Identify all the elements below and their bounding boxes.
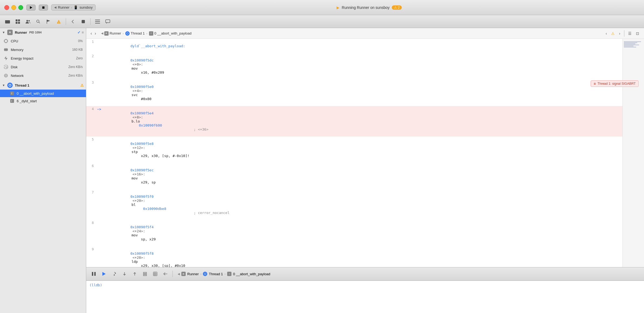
svg-rect-31 (5, 48, 5, 49)
svg-marker-46 (102, 272, 106, 276)
step-out-button[interactable] (130, 271, 139, 277)
sidebar-item-disk[interactable]: Disk Zero KB/s (0, 63, 86, 71)
breadcrumb-fwd-btn[interactable]: › (617, 30, 622, 37)
minimap-line-6 (624, 47, 636, 47)
arrow-left-icon[interactable] (69, 17, 77, 26)
memory-label: Memory (11, 48, 70, 52)
breadcrumb-func-icon: f (149, 31, 153, 36)
close-button[interactable] (4, 5, 9, 10)
code-view[interactable]: 1 dyld`__abort_with_payload: 2 0x10090f5… (86, 39, 622, 267)
sidebar-item-cpu[interactable]: CPU 0% (0, 37, 86, 45)
code-line-8: 8 0x10090f5f4 <+24>: mov sp, x29 (86, 220, 622, 246)
debug-console-button[interactable] (161, 271, 170, 277)
device-name: sunsboy (79, 5, 92, 9)
minimap-line-1 (624, 41, 641, 42)
breadcrumb-list-btn[interactable]: ☰ (626, 30, 633, 37)
flag-icon[interactable] (44, 17, 53, 26)
lldb-terminal[interactable]: (lldb) (86, 281, 644, 313)
thread1-group[interactable]: ▼ Thread 1 ⚠ (0, 81, 86, 90)
breadcrumb-back-button[interactable]: ‹ (89, 30, 93, 36)
list-icon[interactable] (93, 17, 102, 26)
breadcrumb-thread[interactable]: Thread 1 (125, 31, 145, 36)
network-value: Zero KB/s (68, 74, 83, 77)
toolbar-separator-2 (90, 18, 91, 25)
minimap-content (623, 39, 644, 50)
breadcrumb-thread-icon (125, 31, 130, 36)
svg-marker-45 (94, 272, 96, 276)
continue-button[interactable] (100, 271, 108, 277)
svg-marker-12 (47, 20, 50, 22)
registers-button[interactable] (141, 271, 149, 277)
minimize-button[interactable] (11, 5, 16, 10)
breadcrumb-runner[interactable]: ◀ R Runner (101, 31, 121, 36)
minimap (622, 39, 644, 267)
pause-button[interactable] (89, 271, 98, 277)
breadcrumb-function[interactable]: f 0 __abort_with_payload (149, 31, 192, 36)
breadcrumb-func-text: 0 __abort_with_payload (154, 31, 192, 35)
running-label: Running Runner on sunsboy (342, 5, 389, 10)
line-num-6: 6 (86, 164, 97, 168)
breadcrumb-sep-2: › (146, 32, 147, 35)
breadcrumb-forward-button[interactable]: › (94, 30, 97, 36)
cpu-icon (3, 38, 9, 44)
cpu-label: CPU (11, 39, 76, 43)
svg-rect-32 (6, 48, 7, 49)
signal-badge: ≡ Thread 1: signal SIGABRT (591, 80, 639, 87)
svg-rect-3 (5, 20, 7, 21)
maximize-button[interactable] (18, 5, 23, 10)
step-into-button[interactable] (120, 271, 129, 277)
line-content-7: 0x10090f5f0 <+20>: bl 0x10090dbe8 ; cerr… (105, 190, 622, 219)
title-bar: ◀ Runner › 📱 sunsboy ▶ Running Runner on… (0, 0, 644, 15)
sidebar-item-energy[interactable]: Energy Impact Zero (0, 54, 86, 63)
run-button[interactable] (26, 5, 36, 11)
speech-icon[interactable] (103, 17, 112, 26)
minimap-line-2 (624, 42, 637, 43)
code-container: 1 dyld`__abort_with_payload: 2 0x10090f5… (86, 39, 644, 267)
svg-point-9 (29, 20, 30, 21)
svg-rect-34 (6, 51, 7, 51)
grid-icon[interactable] (13, 17, 22, 26)
memory-view-button[interactable] (151, 271, 160, 277)
breadcrumb-warn-btn[interactable]: ⚠ (610, 30, 616, 37)
sidebar-item-memory[interactable]: Memory 160 KB (0, 45, 86, 54)
svg-rect-61 (153, 272, 157, 276)
sidebar-item-network[interactable]: Network Zero KB/s (0, 71, 86, 80)
runner-check-icon: ✓ (77, 30, 81, 35)
breadcrumb-panel-btn[interactable]: ⊡ (634, 30, 641, 37)
svg-marker-35 (4, 56, 8, 60)
memory-icon (3, 47, 9, 52)
editor-area: ‹ › ◀ R Runner › Thread 1 › (86, 28, 644, 313)
signal-text: Thread 1: signal SIGABRT (597, 82, 636, 86)
breadcrumb-back-btn[interactable]: ‹ (604, 30, 609, 37)
svg-rect-59 (143, 274, 147, 274)
line-num-4: 4 (86, 107, 97, 111)
breadcrumb-bar: ‹ › ◀ R Runner › Thread 1 › (86, 28, 644, 39)
line-num-5: 5 (86, 137, 97, 141)
code-line-1: 1 dyld`__abort_with_payload: (86, 39, 622, 53)
line-num-2: 2 (86, 54, 97, 58)
svg-point-8 (26, 20, 28, 22)
search-icon[interactable] (34, 17, 43, 26)
func-dyld-label: 6 _dyld_start (17, 99, 37, 103)
warning-icon[interactable]: ! (54, 17, 63, 26)
svg-text:!: ! (58, 21, 59, 24)
svg-rect-40 (10, 91, 14, 95)
breadcrumb-thread-text: Thread 1 (131, 31, 145, 35)
runner-group[interactable]: ▼ R Runner PID 1094 ✓ ≡ (0, 28, 86, 37)
step-over-button[interactable] (110, 271, 119, 277)
line-num-7: 7 (86, 190, 97, 194)
disk-label: Disk (11, 65, 66, 69)
svg-rect-33 (5, 51, 5, 51)
minimap-line-4 (624, 45, 639, 45)
folder-icon[interactable] (3, 17, 12, 26)
thread-warning-icon: ⚠ (80, 83, 84, 87)
stop-button[interactable] (39, 5, 48, 11)
svg-rect-7 (18, 22, 20, 24)
people-icon[interactable] (24, 17, 32, 26)
sidebar-item-dyld-start[interactable]: f 6 _dyld_start (0, 97, 86, 105)
bottom-sep-1 (172, 271, 173, 277)
sidebar-item-abort-payload[interactable]: f 0 __abort_with_payload (0, 90, 86, 97)
stop-icon[interactable] (79, 17, 88, 26)
runner-label: Runner (15, 30, 27, 35)
energy-value: Zero (76, 56, 83, 60)
